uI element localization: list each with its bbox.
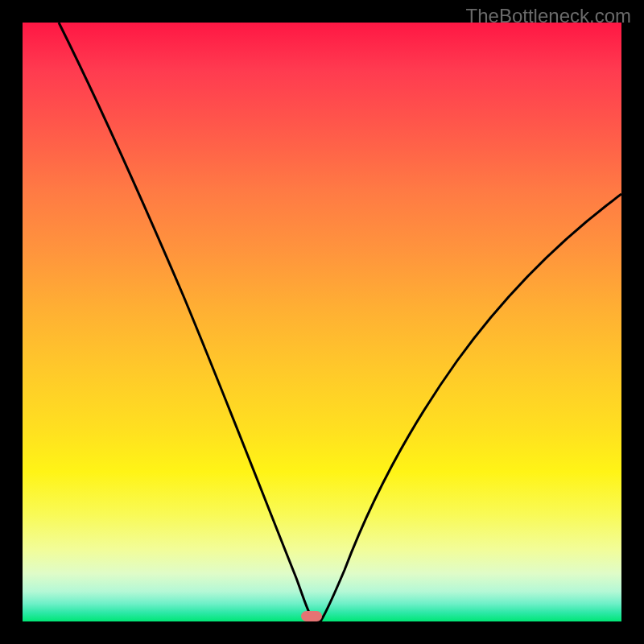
- bottleneck-curve-path: [59, 23, 621, 621]
- watermark-text: TheBottleneck.com: [466, 5, 631, 27]
- chart-plot-area: [23, 23, 621, 621]
- optimal-point-marker: [301, 611, 322, 621]
- chart-curve-svg: [23, 23, 621, 621]
